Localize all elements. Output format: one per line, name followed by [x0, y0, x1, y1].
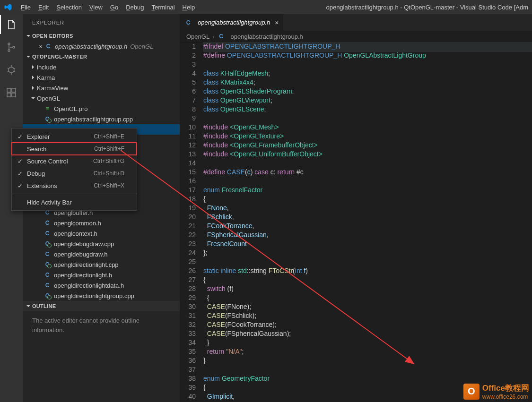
- ctx-search[interactable]: SearchCtrl+Shift+F: [12, 143, 137, 155]
- chevron-down-icon: [25, 32, 32, 40]
- close-icon[interactable]: ×: [37, 43, 44, 50]
- watermark-logo: O: [463, 384, 480, 400]
- c-header-icon: C: [44, 251, 51, 257]
- activity-bar-context-menu: ✓ExplorerCtrl+Shift+ESearchCtrl+Shift+F✓…: [11, 128, 137, 211]
- menu-terminal[interactable]: Terminal: [148, 2, 178, 13]
- code-editor[interactable]: 1234567891011121314151617181920212223242…: [180, 42, 532, 402]
- title-bar: FileEditSelectionViewGoDebugTerminalHelp…: [0, 0, 532, 14]
- debug-icon[interactable]: [5, 63, 18, 77]
- app-logo: [4, 3, 12, 11]
- folder-karmaview[interactable]: KarmaView: [23, 83, 180, 93]
- c-header-icon: C: [44, 220, 51, 226]
- chevron-icon: [29, 94, 37, 102]
- c-file-icon: C: [44, 43, 52, 50]
- tree-file[interactable]: Copengldirectionlight.h: [23, 270, 180, 280]
- explorer-tab-icon[interactable]: [5, 18, 18, 31]
- check-icon: ✓: [16, 133, 25, 140]
- watermark-url: www.office26.com: [482, 393, 529, 400]
- editor-tabs: C openglabstractlightgroup.h ×: [180, 14, 532, 31]
- breadcrumb[interactable]: OpenGL › C openglabstractlightgroup.h: [180, 31, 532, 42]
- svg-point-0: [8, 43, 10, 45]
- chevron-down-icon: [25, 302, 32, 310]
- chevron-icon: [29, 63, 37, 71]
- tree-file[interactable]: Copengldirectionlightgroup.cpp: [23, 291, 180, 301]
- chevron-icon: [29, 84, 37, 92]
- tree-file[interactable]: Copengldirectionlight.cpp: [23, 259, 180, 270]
- open-editors-header[interactable]: OPEN EDITORS: [23, 31, 180, 41]
- check-icon: ✓: [16, 158, 25, 165]
- svg-rect-5: [12, 88, 16, 92]
- menu-debug[interactable]: Debug: [122, 2, 148, 13]
- chevron-right-icon: ›: [212, 33, 214, 40]
- svg-rect-4: [7, 88, 11, 92]
- c-header-icon: C: [44, 272, 51, 278]
- menu-help[interactable]: Help: [179, 2, 199, 13]
- qt-file-icon: ≡: [44, 105, 51, 112]
- editor-tab[interactable]: C openglabstractlightgroup.h ×: [180, 14, 283, 31]
- window-title: openglabstractlightgroup.h - QtOpenGL-ma…: [326, 4, 532, 11]
- menu-edit[interactable]: Edit: [35, 2, 52, 13]
- outline-header[interactable]: OUTLINE: [23, 301, 180, 311]
- check-icon: ✓: [16, 170, 25, 177]
- ctx-extensions[interactable]: ✓ExtensionsCtrl+Shift+X: [12, 180, 137, 192]
- sidebar-title: EXPLORER: [23, 14, 180, 31]
- menu-go[interactable]: Go: [106, 2, 122, 13]
- cpp-file-icon: C: [44, 116, 51, 122]
- c-file-icon: C: [218, 33, 225, 40]
- extensions-icon[interactable]: [5, 86, 18, 99]
- c-header-icon: C: [44, 282, 51, 289]
- outline-message: The active editor cannot provide outline…: [23, 311, 180, 339]
- source-control-icon[interactable]: [5, 41, 18, 54]
- check-icon: ✓: [16, 182, 25, 189]
- menu-file[interactable]: File: [17, 2, 35, 13]
- chevron-down-icon: [25, 53, 32, 60]
- folder-karma[interactable]: Karma: [23, 72, 180, 83]
- c-file-icon: C: [184, 19, 192, 26]
- tree-file[interactable]: Copenglcommon.h: [23, 218, 180, 228]
- c-header-icon: C: [44, 230, 51, 237]
- ctx-hide-activity-bar[interactable]: Hide Activity Bar: [12, 196, 137, 208]
- cpp-file-icon: C: [44, 292, 51, 299]
- cpp-file-icon: C: [44, 261, 51, 268]
- watermark: O Office教程网 www.office26.com: [463, 383, 529, 400]
- close-icon[interactable]: ×: [275, 19, 279, 26]
- editor-area: C openglabstractlightgroup.h × OpenGL › …: [180, 14, 532, 402]
- ctx-debug[interactable]: ✓DebugCtrl+Shift+D: [12, 167, 137, 180]
- svg-point-3: [9, 67, 14, 73]
- tree-file[interactable]: ≡OpenGL.pro: [23, 103, 180, 114]
- folder-opengl[interactable]: OpenGL: [23, 93, 180, 103]
- svg-rect-7: [12, 93, 16, 97]
- menu-view[interactable]: View: [86, 2, 106, 13]
- svg-rect-6: [7, 93, 11, 97]
- tree-file[interactable]: Copengldebugdraw.cpp: [23, 239, 180, 249]
- cpp-file-icon: C: [44, 240, 51, 247]
- open-editor-item[interactable]: × C openglabstractlightgroup.h OpenGL: [23, 41, 180, 51]
- chevron-icon: [29, 74, 37, 81]
- tree-file[interactable]: Copengldebugdraw.h: [23, 249, 180, 259]
- watermark-text: Office教程网: [482, 383, 529, 393]
- tree-file[interactable]: Copenglcontext.h: [23, 228, 180, 239]
- menu-bar: FileEditSelectionViewGoDebugTerminalHelp: [17, 2, 199, 13]
- folder-include[interactable]: include: [23, 62, 180, 72]
- menu-selection[interactable]: Selection: [52, 2, 85, 13]
- ctx-source-control[interactable]: ✓Source ControlCtrl+Shift+G: [12, 155, 137, 167]
- ctx-explorer[interactable]: ✓ExplorerCtrl+Shift+E: [12, 130, 137, 143]
- svg-point-1: [8, 50, 10, 51]
- svg-point-2: [13, 46, 15, 48]
- tree-file[interactable]: Copenglabstractlightgroup.cpp: [23, 114, 180, 124]
- project-header[interactable]: QTOPENGL-MASTER: [23, 51, 180, 62]
- tree-file[interactable]: Copengldirectionlightdata.h: [23, 280, 180, 291]
